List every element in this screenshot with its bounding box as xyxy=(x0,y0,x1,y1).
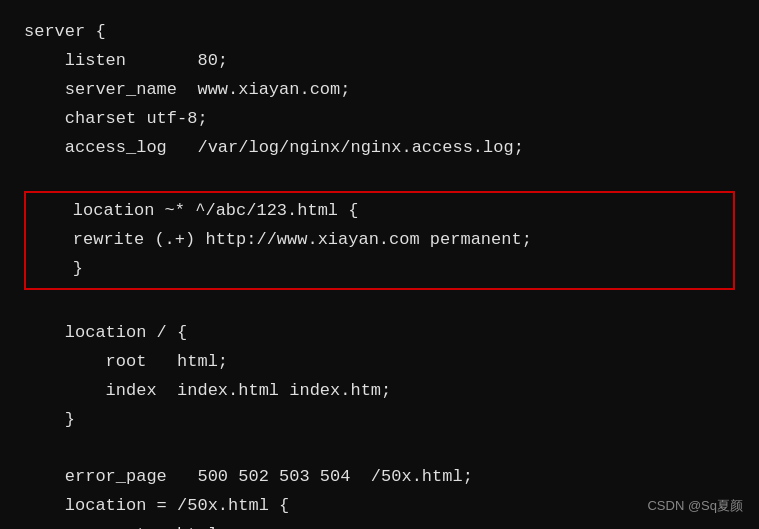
code-line-4: charset utf-8; xyxy=(24,105,735,134)
code-line-2: listen 80; xyxy=(24,47,735,76)
code-line-13: index index.html index.htm; xyxy=(24,377,735,406)
code-line-11: location / { xyxy=(24,319,735,348)
code-line-5: access_log /var/log/nginx/nginx.access.l… xyxy=(24,134,735,163)
code-line-14: } xyxy=(24,406,735,435)
watermark: CSDN @Sq夏颜 xyxy=(647,495,743,517)
code-line-10 xyxy=(24,290,735,319)
code-line-12: root html; xyxy=(24,348,735,377)
code-line-16: error_page 500 502 503 504 /50x.html; xyxy=(24,463,735,492)
highlighted-block: location ~* ^/abc/123.html { rewrite (.+… xyxy=(24,191,735,290)
code-line-6 xyxy=(24,162,735,191)
code-line-1: server { xyxy=(24,18,735,47)
code-line-3: server_name www.xiayan.com; xyxy=(24,76,735,105)
code-line-17: location = /50x.html { xyxy=(24,492,735,521)
code-line-15 xyxy=(24,434,735,463)
code-line-7: location ~* ^/abc/123.html { xyxy=(32,197,723,226)
code-line-9: } xyxy=(32,255,723,284)
code-line-8: rewrite (.+) http://www.xiayan.com perma… xyxy=(32,226,723,255)
code-editor: server { listen 80; server_name www.xiay… xyxy=(0,0,759,529)
code-line-18: root html; xyxy=(24,521,735,529)
